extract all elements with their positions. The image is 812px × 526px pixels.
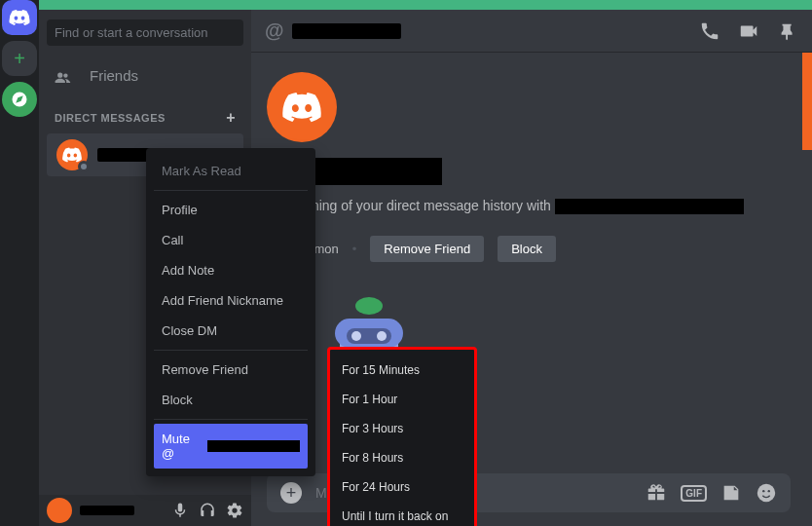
profile-avatar xyxy=(267,72,337,142)
guild-sidebar: + xyxy=(0,0,39,526)
friends-icon xyxy=(55,69,76,83)
gif-button[interactable]: GIF xyxy=(681,485,707,502)
top-banner xyxy=(39,0,812,10)
menu-call[interactable]: Call xyxy=(154,225,308,255)
attach-button[interactable]: + xyxy=(280,482,302,504)
mute-24-hours[interactable]: For 24 Hours xyxy=(336,472,468,502)
message-placeholder: M xyxy=(315,485,327,501)
at-icon: @ xyxy=(265,19,284,42)
friends-nav[interactable]: Friends xyxy=(39,56,251,95)
menu-add-note[interactable]: Add Note xyxy=(154,255,308,285)
mute-1-hour[interactable]: For 1 Hour xyxy=(336,385,468,414)
svg-point-8 xyxy=(757,484,775,502)
sticker-icon[interactable] xyxy=(720,482,742,504)
chat-title xyxy=(292,23,401,39)
explore-button[interactable] xyxy=(2,82,37,117)
status-indicator xyxy=(78,161,90,172)
avatar xyxy=(56,139,88,170)
gift-icon[interactable] xyxy=(646,482,667,504)
menu-profile[interactable]: Profile xyxy=(154,195,308,225)
search-input[interactable]: Find or start a conversation xyxy=(47,19,243,46)
remove-friend-button[interactable]: Remove Friend xyxy=(370,236,484,262)
self-username xyxy=(80,506,134,515)
menu-block[interactable]: Block xyxy=(154,385,308,415)
mute-8-hours[interactable]: For 8 Hours xyxy=(336,443,468,472)
chat-header: @ xyxy=(251,10,812,53)
pin-icon[interactable] xyxy=(777,20,798,42)
headphones-icon[interactable] xyxy=(199,502,216,519)
mute-indefinite[interactable]: Until I turn it back on xyxy=(336,502,468,526)
intro-username xyxy=(555,199,744,214)
svg-point-5 xyxy=(377,331,387,341)
user-area xyxy=(39,495,251,526)
menu-mark-as-read[interactable]: Mark As Read xyxy=(154,156,308,186)
mute-duration-submenu: For 15 Minutes For 1 Hour For 3 Hours Fo… xyxy=(327,347,477,526)
scroll-indicator xyxy=(802,53,812,150)
dm-header: DIRECT MESSAGES + xyxy=(39,95,251,132)
menu-add-friend-nickname[interactable]: Add Friend Nickname xyxy=(154,285,308,316)
block-button[interactable]: Block xyxy=(498,236,556,262)
svg-point-0 xyxy=(355,297,383,315)
menu-remove-friend[interactable]: Remove Friend xyxy=(154,355,308,385)
mute-15-min[interactable]: For 15 Minutes xyxy=(336,356,468,385)
svg-point-4 xyxy=(351,331,361,341)
user-context-menu: Mark As Read Profile Call Add Note Add F… xyxy=(146,148,315,476)
home-button[interactable] xyxy=(2,0,37,35)
mute-3-hours[interactable]: For 3 Hours xyxy=(336,414,468,443)
friends-label: Friends xyxy=(90,67,138,84)
video-call-icon[interactable] xyxy=(738,20,759,42)
self-avatar[interactable] xyxy=(47,498,72,523)
add-server-button[interactable]: + xyxy=(2,41,37,76)
voice-call-icon[interactable] xyxy=(699,20,720,42)
menu-mute[interactable]: Mute @ xyxy=(154,424,308,469)
redacted-name xyxy=(207,440,300,452)
mutual-row: s in common • Remove Friend Block xyxy=(267,236,785,262)
create-dm-button[interactable]: + xyxy=(226,109,236,127)
svg-point-9 xyxy=(762,490,764,492)
emoji-icon[interactable] xyxy=(756,482,777,504)
mic-icon[interactable] xyxy=(171,502,189,519)
svg-point-10 xyxy=(768,490,770,492)
menu-close-dm[interactable]: Close DM xyxy=(154,316,308,346)
gear-icon[interactable] xyxy=(226,502,243,519)
